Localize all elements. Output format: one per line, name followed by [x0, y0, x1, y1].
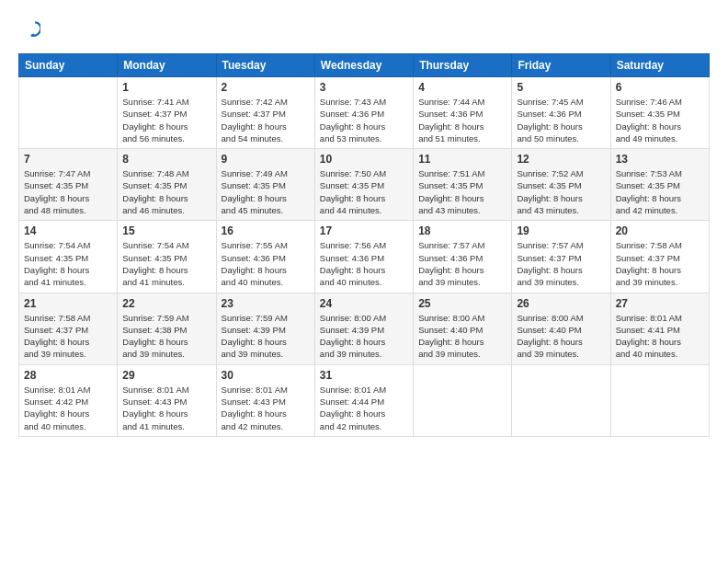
calendar-week-row: 7Sunrise: 7:47 AM Sunset: 4:35 PM Daylig… [19, 149, 710, 221]
day-info: Sunrise: 7:52 AM Sunset: 4:35 PM Dayligh… [517, 167, 605, 216]
calendar-cell: 3Sunrise: 7:43 AM Sunset: 4:36 PM Daylig… [314, 77, 413, 149]
day-info: Sunrise: 7:58 AM Sunset: 4:37 PM Dayligh… [616, 239, 704, 288]
day-number: 17 [320, 224, 408, 237]
calendar-cell: 28Sunrise: 8:01 AM Sunset: 4:42 PM Dayli… [19, 364, 118, 436]
day-number: 22 [122, 297, 210, 310]
day-info: Sunrise: 7:51 AM Sunset: 4:35 PM Dayligh… [418, 167, 506, 216]
calendar-cell: 2Sunrise: 7:42 AM Sunset: 4:37 PM Daylig… [216, 77, 314, 149]
header [18, 18, 710, 42]
day-number: 24 [320, 297, 408, 310]
calendar-cell [19, 77, 118, 149]
day-info: Sunrise: 7:59 AM Sunset: 4:38 PM Dayligh… [122, 312, 210, 361]
calendar-week-row: 28Sunrise: 8:01 AM Sunset: 4:42 PM Dayli… [19, 364, 710, 436]
calendar-cell: 26Sunrise: 8:00 AM Sunset: 4:40 PM Dayli… [512, 293, 610, 364]
day-number: 3 [320, 81, 408, 94]
calendar-cell: 21Sunrise: 7:58 AM Sunset: 4:37 PM Dayli… [19, 293, 118, 364]
calendar-cell: 10Sunrise: 7:50 AM Sunset: 4:35 PM Dayli… [314, 149, 413, 221]
calendar-cell: 30Sunrise: 8:01 AM Sunset: 4:43 PM Dayli… [216, 364, 314, 436]
day-number: 31 [320, 369, 408, 382]
day-info: Sunrise: 8:01 AM Sunset: 4:44 PM Dayligh… [320, 384, 408, 432]
day-number: 26 [517, 297, 605, 310]
weekday-header-wednesday: Wednesday [314, 54, 413, 77]
calendar-cell: 27Sunrise: 8:01 AM Sunset: 4:41 PM Dayli… [610, 293, 709, 364]
day-info: Sunrise: 7:44 AM Sunset: 4:36 PM Dayligh… [418, 96, 506, 144]
day-info: Sunrise: 8:01 AM Sunset: 4:42 PM Dayligh… [24, 384, 112, 432]
calendar-week-row: 21Sunrise: 7:58 AM Sunset: 4:37 PM Dayli… [19, 293, 710, 364]
day-number: 5 [517, 81, 605, 94]
day-info: Sunrise: 7:57 AM Sunset: 4:36 PM Dayligh… [418, 239, 506, 288]
calendar-cell: 1Sunrise: 7:41 AM Sunset: 4:37 PM Daylig… [118, 77, 216, 149]
day-number: 18 [418, 224, 506, 237]
day-info: Sunrise: 7:49 AM Sunset: 4:35 PM Dayligh… [222, 167, 310, 216]
day-number: 12 [517, 153, 605, 166]
day-info: Sunrise: 8:00 AM Sunset: 4:39 PM Dayligh… [320, 312, 408, 361]
calendar-cell: 22Sunrise: 7:59 AM Sunset: 4:38 PM Dayli… [118, 293, 216, 364]
day-number: 28 [24, 369, 112, 382]
day-number: 15 [122, 224, 210, 237]
day-number: 6 [616, 81, 704, 94]
day-number: 11 [418, 153, 506, 166]
day-info: Sunrise: 7:48 AM Sunset: 4:35 PM Dayligh… [122, 167, 210, 216]
calendar-table: SundayMondayTuesdayWednesdayThursdayFrid… [18, 53, 710, 437]
weekday-header-monday: Monday [118, 54, 216, 77]
page: SundayMondayTuesdayWednesdayThursdayFrid… [0, 0, 728, 563]
day-info: Sunrise: 7:53 AM Sunset: 4:35 PM Dayligh… [616, 167, 704, 216]
day-info: Sunrise: 8:01 AM Sunset: 4:43 PM Dayligh… [222, 384, 310, 432]
calendar-cell: 8Sunrise: 7:48 AM Sunset: 4:35 PM Daylig… [118, 149, 216, 221]
day-number: 14 [24, 224, 112, 237]
day-number: 16 [222, 224, 310, 237]
day-info: Sunrise: 7:58 AM Sunset: 4:37 PM Dayligh… [24, 312, 112, 361]
day-info: Sunrise: 7:42 AM Sunset: 4:37 PM Dayligh… [222, 96, 310, 144]
day-number: 10 [320, 153, 408, 166]
calendar-cell: 24Sunrise: 8:00 AM Sunset: 4:39 PM Dayli… [314, 293, 413, 364]
day-info: Sunrise: 7:54 AM Sunset: 4:35 PM Dayligh… [24, 239, 112, 288]
day-info: Sunrise: 7:57 AM Sunset: 4:37 PM Dayligh… [517, 239, 605, 288]
day-info: Sunrise: 7:47 AM Sunset: 4:35 PM Dayligh… [24, 167, 112, 216]
calendar-cell: 13Sunrise: 7:53 AM Sunset: 4:35 PM Dayli… [610, 149, 709, 221]
day-info: Sunrise: 7:50 AM Sunset: 4:35 PM Dayligh… [320, 167, 408, 216]
calendar-cell [512, 364, 610, 436]
day-number: 4 [418, 81, 506, 94]
day-number: 2 [222, 81, 310, 94]
calendar-cell: 4Sunrise: 7:44 AM Sunset: 4:36 PM Daylig… [414, 77, 512, 149]
calendar-cell: 25Sunrise: 8:00 AM Sunset: 4:40 PM Dayli… [414, 293, 512, 364]
calendar-cell: 7Sunrise: 7:47 AM Sunset: 4:35 PM Daylig… [19, 149, 118, 221]
calendar-cell: 16Sunrise: 7:55 AM Sunset: 4:36 PM Dayli… [216, 221, 314, 293]
logo [18, 18, 40, 42]
calendar-cell: 20Sunrise: 7:58 AM Sunset: 4:37 PM Dayli… [610, 221, 709, 293]
calendar-cell: 15Sunrise: 7:54 AM Sunset: 4:35 PM Dayli… [118, 221, 216, 293]
weekday-header-tuesday: Tuesday [216, 54, 314, 77]
day-info: Sunrise: 8:00 AM Sunset: 4:40 PM Dayligh… [517, 312, 605, 361]
day-info: Sunrise: 7:55 AM Sunset: 4:36 PM Dayligh… [222, 239, 310, 288]
day-number: 1 [122, 81, 210, 94]
calendar-cell: 6Sunrise: 7:46 AM Sunset: 4:35 PM Daylig… [610, 77, 709, 149]
day-number: 29 [122, 369, 210, 382]
weekday-header-thursday: Thursday [414, 54, 512, 77]
day-number: 21 [24, 297, 112, 310]
logo-icon [20, 18, 40, 39]
day-number: 8 [122, 153, 210, 166]
day-info: Sunrise: 7:45 AM Sunset: 4:36 PM Dayligh… [517, 96, 605, 144]
calendar-cell: 9Sunrise: 7:49 AM Sunset: 4:35 PM Daylig… [216, 149, 314, 221]
weekday-header-row: SundayMondayTuesdayWednesdayThursdayFrid… [19, 54, 710, 77]
calendar-cell: 29Sunrise: 8:01 AM Sunset: 4:43 PM Dayli… [118, 364, 216, 436]
day-number: 13 [616, 153, 704, 166]
day-info: Sunrise: 7:59 AM Sunset: 4:39 PM Dayligh… [222, 312, 310, 361]
weekday-header-sunday: Sunday [19, 54, 118, 77]
calendar-cell: 31Sunrise: 8:01 AM Sunset: 4:44 PM Dayli… [314, 364, 413, 436]
calendar-cell [610, 364, 709, 436]
day-info: Sunrise: 7:54 AM Sunset: 4:35 PM Dayligh… [122, 239, 210, 288]
calendar-week-row: 1Sunrise: 7:41 AM Sunset: 4:37 PM Daylig… [19, 77, 710, 149]
weekday-header-saturday: Saturday [610, 54, 709, 77]
day-info: Sunrise: 7:56 AM Sunset: 4:36 PM Dayligh… [320, 239, 408, 288]
calendar-cell: 18Sunrise: 7:57 AM Sunset: 4:36 PM Dayli… [414, 221, 512, 293]
calendar-cell: 14Sunrise: 7:54 AM Sunset: 4:35 PM Dayli… [19, 221, 118, 293]
day-info: Sunrise: 7:43 AM Sunset: 4:36 PM Dayligh… [320, 96, 408, 144]
calendar-cell: 23Sunrise: 7:59 AM Sunset: 4:39 PM Dayli… [216, 293, 314, 364]
day-number: 19 [517, 224, 605, 237]
calendar-cell: 17Sunrise: 7:56 AM Sunset: 4:36 PM Dayli… [314, 221, 413, 293]
day-number: 30 [222, 369, 310, 382]
calendar-cell [414, 364, 512, 436]
calendar-cell: 19Sunrise: 7:57 AM Sunset: 4:37 PM Dayli… [512, 221, 610, 293]
day-number: 20 [616, 224, 704, 237]
